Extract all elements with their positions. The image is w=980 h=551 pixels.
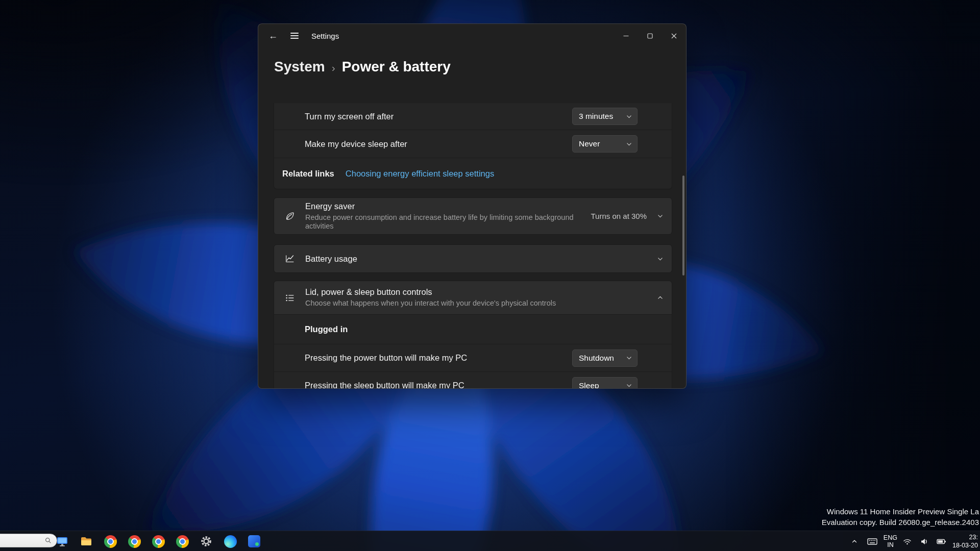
card-text: Energy saver Reduce power consumption an… (305, 202, 576, 231)
titlebar: ← Settings (258, 24, 686, 47)
screen-sleep-section: Turn my screen off after 3 minutes Make … (274, 103, 672, 189)
card-description: Choose what happens when you interact wi… (305, 299, 556, 308)
battery-usage-icon (284, 253, 296, 264)
tray-overflow-button[interactable] (848, 532, 861, 550)
chevron-down-icon (626, 355, 632, 361)
volume-icon (920, 538, 928, 545)
energy-efficient-sleep-link[interactable]: Choosing energy efficient sleep settings (346, 169, 494, 179)
setting-label: Make my device sleep after (305, 139, 572, 149)
settings-gear-icon (200, 535, 213, 548)
taskbar: ENG IN (0, 531, 980, 551)
clock-time: 23: (952, 533, 978, 541)
close-icon (671, 33, 677, 39)
sleep-button-dropdown[interactable]: Sleep (572, 377, 638, 389)
setting-row-device-sleep: Make my device sleep after Never (274, 130, 672, 158)
card-text: Lid, power & sleep button controls Choos… (305, 287, 556, 308)
card-description: Reduce power consumption and increase ba… (305, 213, 576, 231)
language-indicator[interactable]: ENG IN (884, 534, 897, 549)
caption-buttons (614, 24, 686, 47)
pc-icon (56, 535, 69, 548)
touch-keyboard-button[interactable] (865, 532, 880, 550)
chevron-down-icon (657, 256, 664, 262)
taskbar-item-browser-3[interactable] (149, 532, 167, 550)
breadcrumb: System › Power & battery (258, 47, 686, 75)
language-secondary: IN (884, 541, 897, 548)
setting-row-power-button: Pressing the power button will make my P… (274, 344, 672, 371)
lid-controls-card[interactable]: Lid, power & sleep button controls Choos… (274, 281, 672, 315)
chrome-icon (104, 535, 117, 548)
energy-saver-icon (284, 211, 296, 222)
lid-controls-icon (284, 292, 296, 304)
clock[interactable]: 23: 18-03-20 (952, 533, 978, 550)
maximize-icon (647, 33, 653, 39)
setting-row-sleep-button: Pressing the sleep button will make my P… (274, 372, 672, 388)
network-button[interactable] (901, 532, 914, 550)
chevron-down-icon (626, 113, 632, 120)
plugged-in-header: Plugged in (274, 315, 672, 344)
evaluation-watermark: Windows 11 Home Insider Preview Single L… (822, 506, 979, 528)
watermark-line2: Evaluation copy. Build 26080.ge_release.… (822, 517, 979, 528)
hamburger-icon (290, 33, 299, 39)
search-box[interactable] (0, 534, 57, 547)
close-button[interactable] (662, 24, 686, 47)
related-links-label: Related links (282, 169, 334, 179)
minimize-icon (623, 33, 629, 39)
related-links-row: Related links Choosing energy efficient … (274, 158, 672, 189)
chrome-icon (152, 535, 165, 548)
taskbar-item-edge[interactable] (221, 532, 239, 550)
dropdown-value: Sleep (579, 381, 599, 389)
back-button[interactable]: ← (262, 27, 284, 45)
breadcrumb-parent[interactable]: System (274, 59, 325, 75)
maximize-button[interactable] (638, 24, 662, 47)
energy-saver-status: Turns on at 30% (591, 212, 647, 220)
back-icon: ← (268, 31, 278, 41)
energy-saver-card[interactable]: Energy saver Reduce power consumption an… (274, 197, 672, 235)
page-title: Power & battery (342, 59, 451, 75)
chevron-up-icon (851, 538, 858, 545)
settings-content: Turn my screen off after 3 minutes Make … (274, 101, 672, 388)
chrome-icon (128, 535, 141, 548)
wifi-icon (903, 538, 912, 545)
settings-window: ← Settings System › Power & batter (258, 23, 687, 389)
dropdown-value: Never (579, 139, 600, 148)
taskbar-item-browser-4[interactable] (173, 532, 191, 550)
dropdown-value: 3 minutes (579, 112, 613, 121)
taskbar-item-browser-1[interactable] (101, 532, 119, 550)
chevron-down-icon (626, 141, 632, 147)
battery-button[interactable] (935, 532, 949, 550)
taskbar-item-browser-2[interactable] (125, 532, 143, 550)
edge-icon (224, 535, 237, 548)
card-title: Lid, power & sleep button controls (305, 287, 556, 297)
device-sleep-dropdown[interactable]: Never (572, 135, 638, 153)
window-title: Settings (311, 32, 339, 40)
search-icon (45, 537, 52, 544)
minimize-button[interactable] (614, 24, 638, 47)
lid-controls-expanded: Plugged in Pressing the power button wil… (274, 315, 672, 388)
taskbar-item-settings[interactable] (197, 532, 215, 550)
taskbar-icons (53, 532, 263, 550)
battery-usage-card[interactable]: Battery usage (274, 244, 672, 273)
setting-label: Pressing the sleep button will make my P… (305, 381, 572, 388)
scrollbar[interactable] (682, 176, 684, 276)
taskbar-item-pc[interactable] (53, 532, 71, 550)
app-tile-icon (248, 535, 260, 547)
clock-date: 18-03-20 (952, 541, 978, 549)
power-button-dropdown[interactable]: Shutdown (572, 349, 638, 367)
chevron-down-icon (657, 213, 664, 219)
battery-icon (937, 538, 946, 545)
card-title: Battery usage (305, 254, 357, 264)
card-title: Energy saver (305, 202, 576, 211)
navigation-menu-button[interactable] (284, 27, 305, 45)
file-explorer-icon (80, 535, 93, 548)
watermark-line1: Windows 11 Home Insider Preview Single L… (822, 506, 979, 517)
setting-label: Turn my screen off after (305, 112, 572, 121)
setting-row-screen-off: Turn my screen off after 3 minutes (274, 103, 672, 130)
volume-button[interactable] (918, 532, 931, 550)
card-text: Battery usage (305, 254, 357, 264)
setting-label: Pressing the power button will make my P… (305, 353, 572, 363)
desktop: Windows 11 Home Insider Preview Single L… (0, 0, 980, 551)
taskbar-item-file-explorer[interactable] (77, 532, 95, 550)
taskbar-item-app[interactable] (245, 532, 263, 550)
screen-off-dropdown[interactable]: 3 minutes (572, 108, 638, 125)
system-tray: ENG IN (848, 531, 980, 551)
